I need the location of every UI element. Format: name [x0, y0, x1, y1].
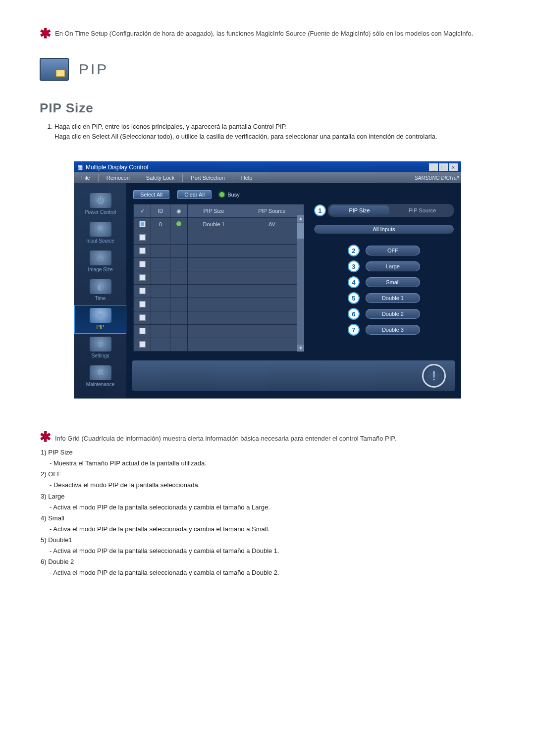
menu-file[interactable]: File [76, 174, 95, 182]
table-row[interactable] [134, 311, 304, 325]
menu-safety-lock[interactable]: Safety Lock [141, 174, 179, 182]
menubar: File Remocon Safety Lock Port Selection … [74, 172, 461, 183]
pip-tabs: PIP Size PIP Source [328, 204, 454, 217]
settings-icon: ⚙ [90, 337, 111, 352]
legend-item-2: 2) OFF - Desactiva el modo PIP de la pan… [41, 469, 495, 491]
sidebar-item-maintenance[interactable]: 🛠 Maintenance [74, 362, 126, 391]
row-checkbox[interactable] [134, 231, 151, 245]
input-source-icon: ⎘ [90, 222, 111, 237]
table-row[interactable] [134, 338, 304, 352]
table-row[interactable] [134, 245, 304, 258]
scroll-thumb[interactable] [297, 223, 304, 239]
image-size-icon: ▭ [90, 251, 111, 265]
row-checkbox[interactable] [134, 285, 151, 298]
status-bar: ! [132, 360, 455, 391]
tab-pip-size[interactable]: PIP Size [329, 205, 389, 215]
table-row[interactable] [134, 325, 304, 338]
menu-remocon[interactable]: Remocon [102, 174, 135, 182]
row-id: 0 [151, 218, 170, 231]
grid-header-check[interactable]: ✓ [134, 204, 151, 218]
legend-item-5: 5) Double1 - Activa el modo PIP de la pa… [41, 535, 495, 556]
sidebar-item-image-size[interactable]: ▭ Image Size [74, 248, 126, 276]
close-button[interactable]: × [449, 163, 458, 171]
row-checkbox[interactable] [134, 298, 151, 311]
app-logo-icon: ▦ [77, 164, 83, 171]
sidebar-item-settings[interactable]: ⚙ Settings [74, 334, 126, 362]
button-double2[interactable]: Double 2 [366, 309, 420, 319]
callout-4: 4 [348, 276, 360, 288]
button-off[interactable]: OFF [366, 246, 420, 255]
row-status-icon [170, 218, 188, 231]
row-checkbox[interactable] [134, 338, 151, 352]
table-row[interactable] [134, 298, 304, 311]
grid-header-pipsource: PIP Source [240, 204, 304, 218]
callout-6: 6 [348, 308, 360, 320]
clear-all-button[interactable]: Clear All [177, 190, 212, 199]
app-title: Multiple Display Control [86, 164, 148, 171]
callout-7: 7 [348, 324, 360, 336]
grid-header-pipsize: PIP Size [188, 204, 240, 218]
toolbar: Select All Clear All Busy [126, 183, 461, 204]
table-row[interactable]: 0 Double 1 AV [134, 218, 304, 231]
callout-3: 3 [348, 260, 360, 272]
steps-list: Haga clic en PIP, entre los iconos princ… [40, 122, 495, 142]
row-pipsource: AV [240, 218, 304, 231]
sidebar-item-power-control[interactable]: ⏻ Power Control [74, 190, 126, 219]
table-row[interactable] [134, 285, 304, 298]
legend-item-1: 1) PIP Size - Muestra el Tamaño PIP actu… [41, 447, 495, 469]
menu-port-selection[interactable]: Port Selection [186, 174, 229, 182]
table-row[interactable] [134, 258, 304, 271]
power-icon: ⏻ [90, 193, 111, 208]
step-1: Haga clic en PIP, entre los iconos princ… [54, 122, 495, 142]
minimize-button[interactable]: _ [429, 163, 438, 171]
table-row[interactable] [134, 231, 304, 245]
time-icon: ◐ [90, 279, 111, 294]
top-note-text: En On Time Setup (Configuración de hora … [55, 30, 473, 37]
row-checkbox[interactable] [134, 325, 151, 338]
brand-label: SAMSUNG DIGITall [415, 175, 459, 181]
row-checkbox[interactable] [134, 258, 151, 271]
button-double1[interactable]: Double 1 [366, 293, 420, 303]
pip-sidebar-icon: ▣ [90, 308, 111, 323]
button-small[interactable]: Small [366, 277, 420, 287]
info-grid: ✓ ID ◉ PIP Size PIP Source 0 Double 1 AV [133, 204, 304, 352]
row-checkbox[interactable] [134, 245, 151, 258]
tab-pip-source[interactable]: PIP Source [392, 205, 452, 215]
row-checkbox[interactable] [134, 271, 151, 285]
scroll-down-icon[interactable]: ▼ [297, 345, 304, 352]
table-row[interactable] [134, 271, 304, 285]
busy-indicator: Busy [219, 192, 239, 198]
sidebar-item-pip[interactable]: ▣ PIP [74, 305, 126, 334]
callout-2: 2 [348, 245, 360, 256]
row-checkbox[interactable] [134, 311, 151, 325]
sidebar: ⏻ Power Control ⎘ Input Source ▭ Image S… [74, 183, 126, 398]
busy-dot-icon [219, 192, 224, 197]
asterisk-icon: ✱ [40, 433, 51, 442]
pip-icon [40, 58, 69, 81]
button-double3[interactable]: Double 3 [366, 325, 420, 335]
legend-intro: Info Grid (Cuadrícula de información) mu… [55, 433, 396, 444]
titlebar: ▦ Multiple Display Control _ □ × [74, 162, 461, 172]
legend-item-4: 4) Small - Activa el modo PIP de la pant… [41, 513, 495, 535]
row-checkbox[interactable] [134, 218, 151, 231]
legend: ✱ Info Grid (Cuadrícula de información) … [40, 433, 495, 578]
callout-5: 5 [348, 292, 360, 304]
top-note: ✱ En On Time Setup (Configuración de hor… [40, 30, 495, 38]
callout-1: 1 [314, 204, 326, 216]
menu-help[interactable]: Help [236, 174, 258, 182]
button-large[interactable]: Large [366, 261, 420, 271]
asterisk-icon: ✱ [40, 30, 51, 38]
maximize-button[interactable]: □ [439, 163, 448, 171]
grid-header-status: ◉ [170, 204, 188, 218]
sidebar-item-time[interactable]: ◐ Time [74, 276, 126, 305]
row-pipsize: Double 1 [188, 218, 240, 231]
pip-size-buttons: 2 OFF 3 Large 4 Small 5 [314, 245, 454, 336]
app-window: ▦ Multiple Display Control _ □ × File Re… [74, 161, 461, 399]
select-all-button[interactable]: Select All [133, 190, 169, 199]
scroll-up-icon[interactable]: ▲ [297, 215, 304, 222]
pip-title: PIP [79, 61, 108, 78]
grid-scrollbar[interactable]: ▲ ▼ [297, 215, 304, 352]
all-inputs-label: All Inputs [314, 225, 454, 234]
sidebar-item-input-source[interactable]: ⎘ Input Source [74, 219, 126, 248]
legend-item-3: 3) Large - Activa el modo PIP de la pant… [41, 491, 495, 513]
